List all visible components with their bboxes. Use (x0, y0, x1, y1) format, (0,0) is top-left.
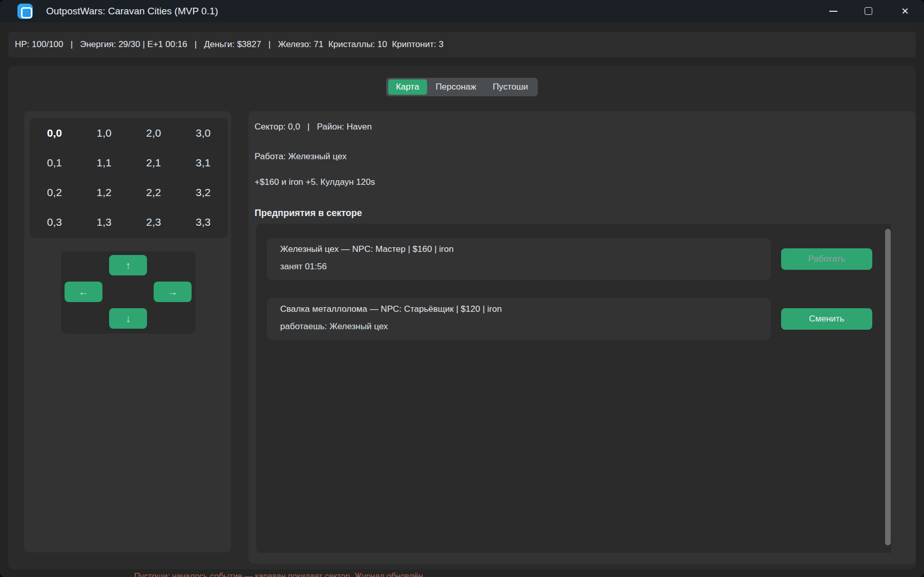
sector-cell[interactable]: 2,2 (146, 186, 161, 199)
business-list: Железный цех — NPC: Мастер | $160 | iron… (256, 224, 900, 553)
move-right-button[interactable]: → (154, 282, 192, 302)
sector-cell[interactable]: 1,3 (97, 216, 112, 228)
business-row: Свалка металлолома — NPC: Старьёвщик | $… (256, 298, 900, 340)
sector-cell[interactable]: 2,3 (146, 216, 161, 228)
sector-cell[interactable]: 3,3 (196, 216, 211, 228)
move-left-button[interactable]: ← (65, 282, 102, 302)
sector-cell[interactable]: 0,2 (47, 186, 62, 199)
business-card: Свалка металлолома — NPC: Старьёвщик | $… (267, 298, 771, 340)
minimize-icon (829, 11, 837, 12)
arrow-up-icon: ↑ (125, 260, 131, 271)
sector-cell[interactable]: 1,0 (97, 127, 112, 139)
business-list-title: Предприятия в секторе (255, 208, 362, 218)
maximize-button[interactable] (856, 0, 880, 22)
tab-map[interactable]: Карта (388, 79, 427, 95)
business-action-button[interactable]: Работать (781, 248, 872, 270)
sector-cell[interactable]: 2,0 (146, 127, 161, 139)
sector-cell[interactable]: 3,1 (196, 157, 211, 169)
business-title: Свалка металлолома — NPC: Старьёвщик | $… (280, 304, 502, 314)
arrow-left-icon: ← (78, 286, 89, 298)
tab-wastelands[interactable]: Пустоши (485, 79, 536, 95)
map-sidebar: 0,0 1,0 2,0 3,0 0,1 1,1 2,1 3,1 0,2 (24, 111, 231, 552)
business-title: Железный цех — NPC: Мастер | $160 | iron (280, 244, 454, 254)
sector-cell[interactable]: 3,0 (196, 127, 211, 139)
window-title: OutpostWars: Caravan Cities (MVP 0.1) (46, 0, 218, 22)
sector-cell[interactable]: 1,2 (97, 186, 112, 199)
movement-pad: ↑ ← → ↓ (61, 251, 196, 334)
stats-bar: HP: 100/100 | Энергия: 29/30 | E+1 00:16… (8, 32, 916, 57)
sector-cell[interactable]: 2,1 (146, 157, 161, 169)
app-icon (17, 4, 33, 19)
sector-grid: 0,0 1,0 2,0 3,0 0,1 1,1 2,1 3,1 0,2 (30, 118, 228, 238)
content-area: Карта Персонаж Пустоши 0,0 1,0 2,0 3,0 0… (8, 66, 916, 569)
business-row: Железный цех — NPC: Мастер | $160 | iron… (256, 238, 900, 280)
business-rows: Железный цех — NPC: Мастер | $160 | iron… (256, 238, 900, 358)
sector-job: Работа: Железный цех (255, 152, 347, 162)
minimize-button[interactable] (822, 0, 845, 22)
arrow-down-icon: ↓ (125, 313, 131, 325)
maximize-icon (865, 7, 872, 15)
scrollbar-track (891, 224, 900, 553)
business-action-button[interactable]: Сменить (781, 308, 872, 330)
app-window: OutpostWars: Caravan Cities (MVP 0.1) ✕ … (0, 0, 924, 577)
move-down-button[interactable]: ↓ (109, 308, 147, 329)
sector-cell[interactable]: 0,1 (47, 157, 62, 169)
business-card: Железный цех — NPC: Мастер | $160 | iron… (267, 238, 771, 280)
arrow-right-icon: → (167, 286, 178, 298)
sector-cell[interactable]: 0,0 (47, 127, 62, 139)
business-status: занят 01:56 (280, 262, 327, 272)
close-icon: ✕ (901, 7, 909, 16)
tab-character[interactable]: Персонаж (428, 79, 484, 95)
business-status: работаешь: Железный цех (280, 322, 388, 332)
sector-location: Сектор: 0,0 | Район: Haven (255, 122, 372, 132)
sector-cell[interactable]: 3,2 (196, 186, 211, 199)
sector-cell[interactable]: 1,1 (97, 157, 112, 169)
tab-bar: Карта Персонаж Пустоши (386, 78, 538, 96)
scrollbar-thumb[interactable] (885, 229, 891, 545)
sector-cell[interactable]: 0,3 (47, 216, 62, 228)
event-log-line: Пустоши: началось событие — караван поки… (134, 572, 513, 577)
move-up-button[interactable]: ↑ (109, 255, 147, 275)
sector-reward: +$160 и iron +5. Кулдаун 120s (255, 177, 375, 187)
titlebar: OutpostWars: Caravan Cities (MVP 0.1) ✕ (0, 0, 924, 22)
close-button[interactable]: ✕ (893, 0, 917, 22)
sector-panel: Сектор: 0,0 | Район: Haven Работа: Желез… (248, 111, 916, 564)
